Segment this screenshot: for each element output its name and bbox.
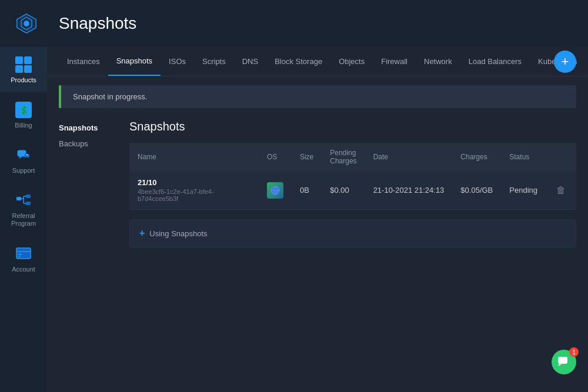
sidebar-label-support: Support (12, 167, 35, 174)
tab-instances[interactable]: Instances (59, 47, 108, 76)
sidebar-label-referral: Referral Program (0, 212, 47, 227)
cell-pending-charges: $0.00 (322, 171, 365, 210)
tab-load-balancers[interactable]: Load Balancers (460, 47, 530, 76)
sidebar-item-account[interactable]: Account (0, 236, 47, 282)
using-snapshots-section[interactable]: + Using Snapshots (129, 219, 576, 247)
col-header-name: Name (129, 143, 259, 171)
notification-text: Snapshot in progress. (73, 92, 147, 101)
col-header-charges: Charges (452, 143, 501, 171)
account-icon (14, 244, 33, 263)
delete-button[interactable]: 🗑 (554, 183, 568, 198)
svg-point-7 (27, 155, 28, 156)
col-header-actions (546, 143, 576, 171)
sidebar-item-billing[interactable]: 💲 Billing (0, 92, 47, 138)
cell-charges: $0.05/GB (452, 171, 501, 210)
support-icon (14, 146, 33, 165)
snapshot-name-primary: 21/10 (138, 178, 250, 187)
col-header-os: OS (259, 143, 292, 171)
referral-icon (14, 191, 33, 210)
chat-button[interactable]: 1 (552, 350, 576, 374)
snapshots-table: Name OS Size PendingCharges Date Charges… (129, 143, 576, 210)
svg-point-6 (26, 155, 27, 156)
svg-rect-8 (16, 197, 21, 200)
sidebar-item-support[interactable]: Support (0, 138, 47, 183)
col-header-size: Size (292, 143, 322, 171)
sidebar-item-products[interactable]: Products (0, 47, 47, 92)
using-snapshots-label: Using Snapshots (149, 229, 207, 238)
col-header-date: Date (365, 143, 453, 171)
sidebar-label-account: Account (12, 266, 35, 273)
sub-nav: Snapshots Backups (59, 120, 118, 380)
tab-objects[interactable]: Objects (330, 47, 373, 76)
cell-os (259, 171, 292, 210)
sidebar: Products 💲 Billing (0, 47, 47, 392)
tab-network[interactable]: Network (416, 47, 460, 76)
snapshot-name-secondary: 4bee3cf6-1c2e-41a7-bfe4-b7d4ccee5b3f (138, 188, 250, 202)
page-title: Snapshots (59, 14, 136, 33)
inner-content: Snapshots Backups Snapshots Name OS Size… (47, 108, 588, 392)
using-snapshots-plus-icon: + (139, 228, 145, 239)
top-bar: Snapshots (0, 0, 588, 47)
svg-rect-24 (558, 357, 567, 364)
table-row: 21/10 4bee3cf6-1c2e-41a7-bfe4-b7d4ccee5b… (129, 171, 576, 210)
cell-name: 21/10 4bee3cf6-1c2e-41a7-bfe4-b7d4ccee5b… (129, 171, 259, 210)
main-layout: Products 💲 Billing (0, 47, 588, 392)
sidebar-label-products: Products (11, 76, 36, 83)
sub-nav-snapshots[interactable]: Snapshots (59, 120, 118, 136)
col-header-pending-charges: PendingCharges (322, 143, 365, 171)
tab-scripts[interactable]: Scripts (194, 47, 234, 76)
svg-rect-10 (26, 202, 31, 205)
tab-block-storage[interactable]: Block Storage (266, 47, 330, 76)
tab-dns[interactable]: DNS (234, 47, 266, 76)
add-button[interactable]: + (554, 51, 576, 73)
logo (12, 9, 41, 38)
tab-isos[interactable]: ISOs (161, 47, 194, 76)
cell-size: 0B (292, 171, 322, 210)
tab-firewall[interactable]: Firewall (373, 47, 416, 76)
svg-rect-19 (18, 256, 21, 257)
table-header-row: Name OS Size PendingCharges Date Charges… (129, 143, 576, 171)
sidebar-label-billing: Billing (15, 122, 32, 129)
content-area: Instances Snapshots ISOs Scripts DNS Blo… (47, 47, 588, 392)
svg-rect-3 (18, 150, 26, 156)
col-header-status: Status (501, 143, 546, 171)
svg-rect-9 (26, 195, 31, 198)
cell-date: 21-10-2021 21:24:13 (365, 171, 453, 210)
sidebar-item-referral[interactable]: Referral Program (0, 183, 47, 236)
svg-rect-18 (18, 254, 22, 255)
panel-title: Snapshots (129, 120, 576, 133)
main-panel: Snapshots Name OS Size PendingCharges Da… (129, 120, 576, 380)
sub-nav-backups[interactable]: Backups (59, 136, 118, 152)
os-icon (267, 182, 283, 199)
notification-bar: Snapshot in progress. (59, 85, 576, 108)
tab-nav: Instances Snapshots ISOs Scripts DNS Blo… (47, 47, 588, 76)
cell-status: Pending (501, 171, 546, 210)
svg-rect-5 (25, 154, 29, 158)
billing-icon: 💲 (14, 100, 33, 119)
cell-delete: 🗑 (546, 171, 576, 210)
products-icon (14, 55, 33, 74)
tab-snapshots[interactable]: Snapshots (108, 47, 161, 76)
chat-badge: 1 (569, 347, 579, 357)
